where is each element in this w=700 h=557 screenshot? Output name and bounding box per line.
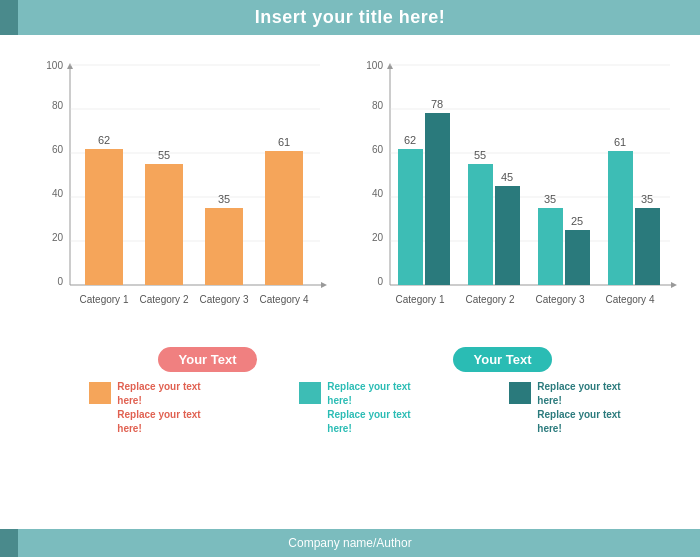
legend-text-1: Replace your texthere!Replace your texth… [117,380,200,436]
svg-text:61: 61 [278,136,290,148]
svg-text:35: 35 [544,193,556,205]
svg-text:0: 0 [57,276,63,287]
svg-text:35: 35 [218,193,230,205]
svg-text:Category 4: Category 4 [606,294,655,305]
legend-row: Replace your texthere!Replace your texth… [30,380,680,436]
svg-marker-29 [387,63,393,69]
svg-text:55: 55 [474,149,486,161]
svg-text:100: 100 [46,60,63,71]
legend-text-3: Replace your texthere!Replace your texth… [537,380,620,436]
svg-text:55: 55 [158,149,170,161]
chart1-container: 0 20 40 60 80 100 62 Category 1 55 [30,55,330,339]
svg-text:80: 80 [52,100,64,111]
legend-color-dark-teal [509,382,531,404]
page-title: Insert your title here! [255,7,446,28]
svg-text:60: 60 [52,144,64,155]
svg-text:35: 35 [641,193,653,205]
svg-text:20: 20 [52,232,64,243]
footer-left-bar [0,529,18,557]
legend-color-light-teal [299,382,321,404]
svg-rect-54 [565,230,590,285]
svg-rect-59 [635,208,660,285]
svg-rect-44 [425,113,450,285]
svg-text:45: 45 [501,171,513,183]
svg-text:40: 40 [52,188,64,199]
badge-right: Your Text [453,347,551,372]
svg-rect-21 [205,208,243,285]
svg-text:0: 0 [377,276,383,287]
svg-text:Category 2: Category 2 [140,294,189,305]
svg-text:40: 40 [372,188,384,199]
svg-text:78: 78 [431,98,443,110]
svg-marker-3 [321,282,327,288]
footer: Company name/Author [0,529,700,557]
svg-rect-18 [145,164,183,285]
svg-text:Category 3: Category 3 [536,294,585,305]
svg-text:Category 1: Category 1 [396,294,445,305]
svg-marker-2 [67,63,73,69]
header-left-bar [0,0,18,35]
svg-text:62: 62 [98,134,110,146]
svg-text:61: 61 [614,136,626,148]
svg-text:60: 60 [372,144,384,155]
svg-text:20: 20 [372,232,384,243]
legend-item-3: Replace your texthere!Replace your texth… [509,380,620,436]
svg-text:Category 2: Category 2 [466,294,515,305]
svg-text:100: 100 [366,60,383,71]
svg-rect-42 [398,149,423,285]
footer-text: Company name/Author [288,536,411,550]
svg-rect-24 [265,151,303,285]
svg-text:62: 62 [404,134,416,146]
chart1-svg: 0 20 40 60 80 100 62 Category 1 55 [30,55,330,335]
svg-rect-49 [495,186,520,285]
main-content: 0 20 40 60 80 100 62 Category 1 55 [0,35,700,466]
badge-left: Your Text [158,347,256,372]
header: Insert your title here! [0,0,700,35]
svg-rect-15 [85,149,123,285]
charts-row: 0 20 40 60 80 100 62 Category 1 55 [30,55,680,339]
legend-color-orange [89,382,111,404]
svg-rect-47 [468,164,493,285]
svg-rect-57 [608,151,633,285]
svg-text:25: 25 [571,215,583,227]
legend-text-2: Replace your texthere!Replace your texth… [327,380,410,436]
svg-marker-30 [671,282,677,288]
chart2-container: 0 20 40 60 80 100 62 78 Category 1 [350,55,680,339]
legend-item-1: Replace your texthere!Replace your texth… [89,380,200,436]
svg-rect-52 [538,208,563,285]
svg-text:Category 3: Category 3 [200,294,249,305]
legend-item-2: Replace your texthere!Replace your texth… [299,380,410,436]
svg-text:Category 1: Category 1 [80,294,129,305]
chart2-svg: 0 20 40 60 80 100 62 78 Category 1 [350,55,680,335]
svg-text:Category 4: Category 4 [260,294,309,305]
badges-row: Your Text Your Text [30,347,680,372]
svg-text:80: 80 [372,100,384,111]
